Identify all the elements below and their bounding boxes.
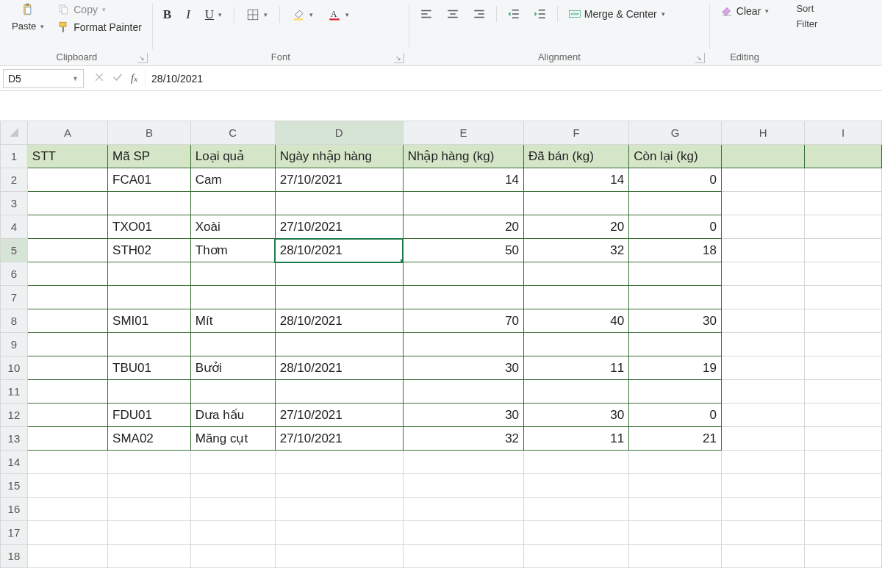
cell-C11[interactable]: [190, 380, 275, 404]
column-header-C[interactable]: C: [190, 121, 275, 145]
cell-F9[interactable]: [524, 333, 629, 356]
cell-C16[interactable]: [190, 498, 275, 521]
cell-C10[interactable]: Bưởi: [190, 356, 275, 380]
cell-D9[interactable]: [275, 333, 403, 356]
cell-G16[interactable]: [629, 498, 722, 521]
column-header-A[interactable]: A: [27, 121, 107, 145]
row-header-7[interactable]: 7: [1, 286, 28, 309]
cell-G18[interactable]: [629, 545, 722, 568]
cell-H1[interactable]: [721, 145, 804, 168]
cell-D5[interactable]: 28/10/2021: [275, 239, 403, 262]
formula-input[interactable]: 28/10/2021: [145, 69, 882, 88]
cell-G12[interactable]: 0: [629, 404, 722, 427]
cell-H11[interactable]: [721, 380, 804, 404]
cell-F6[interactable]: [524, 262, 629, 286]
cell-I11[interactable]: [805, 380, 882, 404]
cell-H18[interactable]: [721, 545, 804, 568]
underline-button[interactable]: U ▾: [202, 6, 225, 24]
cell-I1[interactable]: [805, 145, 882, 168]
select-all-corner[interactable]: [1, 121, 28, 145]
cell-C14[interactable]: [190, 451, 275, 474]
cell-D16[interactable]: [275, 498, 403, 521]
cell-F3[interactable]: [524, 192, 629, 215]
cell-G6[interactable]: [629, 262, 722, 286]
cell-A9[interactable]: [27, 333, 107, 356]
cell-G3[interactable]: [629, 192, 722, 215]
cell-H3[interactable]: [721, 192, 804, 215]
cell-F7[interactable]: [524, 286, 629, 309]
row-header-3[interactable]: 3: [1, 192, 28, 215]
row-header-1[interactable]: 1: [1, 145, 28, 168]
cell-D12[interactable]: 27/10/2021: [275, 404, 403, 427]
cell-G4[interactable]: 0: [629, 215, 722, 239]
cell-I13[interactable]: [805, 427, 882, 451]
cell-D18[interactable]: [275, 545, 403, 568]
column-header-D[interactable]: D: [275, 121, 403, 145]
clear-button[interactable]: Clear ▾: [717, 3, 772, 19]
cell-B1[interactable]: Mã SP: [108, 145, 191, 168]
cell-H2[interactable]: [721, 168, 804, 192]
cell-E13[interactable]: 32: [403, 427, 523, 451]
row-header-9[interactable]: 9: [1, 333, 28, 356]
bold-button[interactable]: B: [160, 6, 174, 24]
sort-button[interactable]: Sort: [793, 1, 820, 15]
cell-H12[interactable]: [721, 404, 804, 427]
cell-E5[interactable]: 50: [403, 239, 523, 262]
copy-button[interactable]: Copy ▾: [54, 1, 145, 18]
cell-I5[interactable]: [805, 239, 882, 262]
cell-E17[interactable]: [403, 521, 523, 545]
column-header-H[interactable]: H: [721, 121, 804, 145]
row-header-10[interactable]: 10: [1, 356, 28, 380]
cell-E12[interactable]: 30: [403, 404, 523, 427]
cell-H17[interactable]: [721, 521, 804, 545]
cell-I17[interactable]: [805, 521, 882, 545]
cell-I7[interactable]: [805, 286, 882, 309]
cell-C4[interactable]: Xoài: [190, 215, 275, 239]
cell-B6[interactable]: [108, 262, 191, 286]
clipboard-dialog-launcher[interactable]: [137, 53, 148, 63]
cell-G15[interactable]: [629, 474, 722, 498]
row-header-13[interactable]: 13: [1, 427, 28, 451]
row-header-8[interactable]: 8: [1, 309, 28, 333]
cell-B5[interactable]: STH02: [108, 239, 191, 262]
cell-E6[interactable]: [403, 262, 523, 286]
cell-I6[interactable]: [805, 262, 882, 286]
align-left-button[interactable]: [417, 6, 436, 22]
cell-A1[interactable]: STT: [27, 145, 107, 168]
cell-D10[interactable]: 28/10/2021: [275, 356, 403, 380]
cell-C7[interactable]: [190, 286, 275, 309]
align-center-button[interactable]: [443, 6, 462, 22]
cell-H4[interactable]: [721, 215, 804, 239]
cell-B8[interactable]: SMI01: [108, 309, 191, 333]
cell-G9[interactable]: [629, 333, 722, 356]
cell-B10[interactable]: TBU01: [108, 356, 191, 380]
row-header-11[interactable]: 11: [1, 380, 28, 404]
cell-E2[interactable]: 14: [403, 168, 523, 192]
column-header-F[interactable]: F: [524, 121, 629, 145]
cell-E8[interactable]: 70: [403, 309, 523, 333]
cell-B16[interactable]: [108, 498, 191, 521]
decrease-indent-button[interactable]: [504, 6, 523, 22]
cell-B4[interactable]: TXO01: [108, 215, 191, 239]
cell-D17[interactable]: [275, 521, 403, 545]
cell-A5[interactable]: [27, 239, 107, 262]
cell-E15[interactable]: [403, 474, 523, 498]
cell-C8[interactable]: Mít: [190, 309, 275, 333]
cell-F2[interactable]: 14: [524, 168, 629, 192]
cell-A16[interactable]: [27, 498, 107, 521]
cell-I14[interactable]: [805, 451, 882, 474]
format-painter-button[interactable]: Format Painter: [54, 19, 145, 35]
italic-button[interactable]: I: [183, 6, 193, 24]
cell-B11[interactable]: [108, 380, 191, 404]
cell-B14[interactable]: [108, 451, 191, 474]
cell-G17[interactable]: [629, 521, 722, 545]
cell-F14[interactable]: [524, 451, 629, 474]
cell-F11[interactable]: [524, 380, 629, 404]
row-header-16[interactable]: 16: [1, 498, 28, 521]
column-header-G[interactable]: G: [629, 121, 722, 145]
spreadsheet-grid[interactable]: ABCDEFGHI1STTMã SPLoại quảNgày nhập hàng…: [0, 121, 882, 568]
cell-H16[interactable]: [721, 498, 804, 521]
cell-I3[interactable]: [805, 192, 882, 215]
cell-E3[interactable]: [403, 192, 523, 215]
cell-B2[interactable]: FCA01: [108, 168, 191, 192]
